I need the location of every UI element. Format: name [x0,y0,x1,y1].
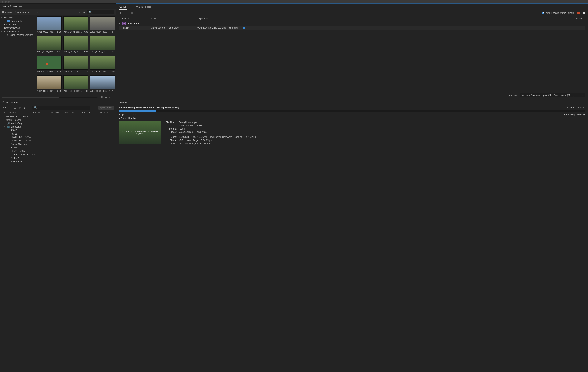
clip-item[interactable]: A002_C018_0922...8:13 [37,36,62,53]
source-label: Source: [119,106,128,109]
tab-watch-folders[interactable]: Watch Folders [136,5,151,10]
clip-item[interactable]: A003_C021_0923...6:18 [63,55,88,73]
media-search-input[interactable] [87,10,114,14]
clip-item[interactable]: A002_C0S2_0922...3:04 [90,36,115,53]
clip-name: A002_C0S2_0922... [90,50,109,53]
panel-menu-icon[interactable] [20,102,22,103]
panel-menu-icon[interactable] [130,7,132,8]
clip-duration: 6:18 [84,70,88,73]
list-view-icon[interactable]: ▦ [101,96,103,98]
preset-broadcast[interactable]: ▾📺Broadcast [0,125,116,129]
sort-up-icon[interactable]: ↑ [15,111,16,113]
clip-item[interactable]: A003_C092_0923...6:08 [90,55,115,73]
stop-button[interactable] [577,12,580,14]
pause-button[interactable] [582,12,585,14]
clip-thumbnail [37,55,62,69]
scrollbar[interactable] [2,96,98,98]
clip-duration: 2:06 [84,90,88,92]
new-group-icon[interactable]: 🗀 [13,106,16,109]
chevron-down-icon[interactable]: ▾ [119,117,120,120]
preset-dnxhr[interactable]: ›DNxHR MXF OP1a [0,139,116,142]
clip-thumbnail [90,55,115,69]
tree-network-drives[interactable]: ›Network Drives [0,26,36,30]
chevron-down-icon: ▾ [122,27,123,29]
clip-item[interactable]: A002_C086_0922...4:04 [37,55,62,73]
queue-group[interactable]: ▾ Pr Going Home [119,21,585,26]
output-preview-label: Output Preview [121,117,136,120]
preset-search-input[interactable] [32,106,90,110]
source-value: Going Home (Guatamala - Going Home.prpro… [128,106,179,109]
clip-duration: 6:08 [111,70,115,73]
import-icon[interactable]: ⤓ [23,106,26,109]
tree-local-drives[interactable]: ›Local Drives [0,23,36,26]
preset-jpeg2000[interactable]: ›JPEG 2000 MXF OP1a [0,153,116,156]
zoom-window-icon[interactable] [8,1,10,3]
preset-user-group[interactable]: ›User Presets & Groups [0,115,116,118]
preset-gopro[interactable]: ›GoPro CineForm [0,142,116,146]
clip-thumbnail [37,75,62,89]
macos-titlebar [0,0,588,3]
tree-favorites[interactable]: ▾Favorites [0,16,36,19]
filter-icon[interactable]: ▼. [78,11,81,14]
encoding-title: Encoding [119,101,128,103]
back-arrow-icon[interactable]: ← [31,11,34,14]
breadcrumb[interactable]: Guatemala_GoingHome ▾ [2,11,29,13]
clip-duration: 8:13 [57,50,61,53]
add-source-icon[interactable]: ＋ [119,11,122,15]
forward-arrow-icon[interactable]: → [36,11,38,14]
clip-item[interactable]: A004_C002_0924...3:02 [37,75,62,93]
clip-duration: 3:02 [84,50,88,53]
preset-h264[interactable]: ›H.264 [0,146,116,149]
remaining-value: 00:00:28 [576,113,585,116]
duplicate-icon[interactable]: ⧉ [130,11,133,15]
preset-audio-only[interactable]: ›🔊Audio Only [0,122,116,125]
auto-encode-checkbox[interactable]: Auto-Encode Watch Folders [542,12,574,14]
clip-thumbnail [90,36,115,50]
remove-preset-icon[interactable]: — [9,106,11,109]
preset-system-group[interactable]: ▾System Presets [0,118,116,122]
add-preset-icon[interactable]: ＋▾ [2,106,6,109]
apply-preset-button[interactable]: Apply Preset [98,106,114,110]
renderer-select[interactable]: Mercury Playback Engine GPU Acceleration… [520,93,585,97]
output-preview-thumb: "The best documentary about Latin Americ… [119,121,160,144]
audio-icon: 🔊 [7,122,10,125]
broadcast-icon: 📺 [7,126,10,128]
preset-hevc[interactable]: ›HEVC (H.265) [0,149,116,153]
close-window-icon[interactable] [1,1,3,3]
tree-guatamala[interactable]: ›Guatamala [0,19,36,23]
export-icon[interactable]: ⤒ [28,106,30,109]
elapsed-value: 00:00:02 [129,113,138,116]
encoding-details: File Name:Going Home.mp4 Path:/Volumes/P… [164,121,256,145]
eye-icon[interactable]: ◉ [83,11,85,14]
clip-item[interactable]: A001_C037_0921...2:08 [37,16,62,34]
panel-menu-icon[interactable] [20,6,22,7]
media-browser-panel: Media Browser Guatemala_GoingHome ▾ ← → … [0,3,116,99]
preset-as10[interactable]: ›AS-10 [0,129,116,132]
clip-name: A002_C086_0922... [37,70,55,73]
clip-item[interactable]: A005_C029_0925...13:14 [90,75,115,93]
remove-source-icon[interactable]: — [125,11,128,15]
preset-mxf[interactable]: ›MXF OP1a [0,160,116,163]
queue-item[interactable]: ▾ H.264 Match Source - High bitrate /Vol… [119,26,585,30]
tab-queue[interactable]: Queue [119,5,127,10]
minimize-window-icon[interactable] [5,1,7,3]
clip-item[interactable]: A002_C018_0922...3:02 [63,36,88,53]
preset-mpeg2[interactable]: ›MPEG2 [0,156,116,160]
preset-dnxhd[interactable]: ›DNxHD MXF OP1a [0,136,116,139]
tree-team-projects[interactable]: ›⎚Team Projects Versions [0,33,36,37]
zoom-slider-icon[interactable]: ○─── [109,96,114,98]
clip-duration: 2:08 [57,31,61,33]
remaining-label: Remaining: [564,113,576,116]
clip-duration: 13:14 [109,90,115,92]
thumb-view-icon[interactable]: ▬ [105,96,107,98]
clip-duration: 4:08 [84,31,88,33]
panel-menu-icon[interactable] [130,102,132,103]
clip-item[interactable]: A004_C010_0924...2:06 [63,75,88,93]
settings-icon[interactable]: ⚙ [19,106,21,109]
chevron-down-icon: ⌄ [581,94,583,96]
clip-item[interactable]: A001_C064_0922...4:08 [63,16,88,34]
clip-item[interactable]: A002_C009_09222...3:04 [90,16,115,34]
clip-thumbnail [37,16,62,30]
preset-as11[interactable]: ›AS-11 [0,132,116,136]
tree-creative-cloud[interactable]: ▾Creative Cloud [0,30,36,33]
